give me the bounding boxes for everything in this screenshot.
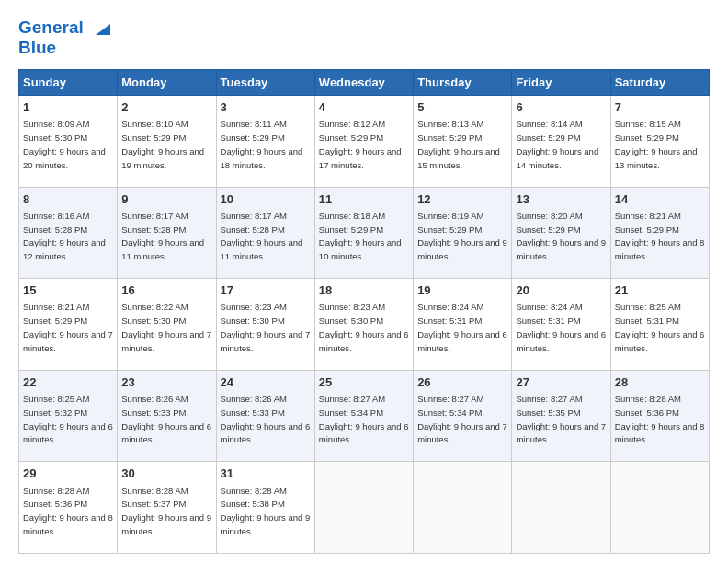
day-info: Sunrise: 8:27 AM Sunset: 5:34 PM Dayligh…: [417, 394, 507, 444]
calendar-cell: 2 Sunrise: 8:10 AM Sunset: 5:29 PM Dayli…: [118, 95, 216, 187]
day-info: Sunrise: 8:24 AM Sunset: 5:31 PM Dayligh…: [417, 302, 507, 352]
day-info: Sunrise: 8:14 AM Sunset: 5:29 PM Dayligh…: [516, 119, 598, 169]
calendar-cell: [414, 462, 512, 554]
day-number: 24: [221, 374, 311, 391]
days-of-week-row: SundayMondayTuesdayWednesdayThursdayFrid…: [19, 69, 710, 95]
day-number: 28: [615, 374, 705, 391]
calendar-week-row: 1 Sunrise: 8:09 AM Sunset: 5:30 PM Dayli…: [19, 95, 710, 187]
day-number: 4: [319, 99, 409, 116]
calendar-cell: 21 Sunrise: 8:25 AM Sunset: 5:31 PM Dayl…: [610, 279, 709, 371]
day-info: Sunrise: 8:24 AM Sunset: 5:31 PM Dayligh…: [516, 302, 606, 352]
day-number: 13: [516, 191, 606, 208]
calendar-week-row: 15 Sunrise: 8:21 AM Sunset: 5:29 PM Dayl…: [19, 279, 710, 371]
svg-marker-0: [96, 24, 110, 35]
day-number: 12: [417, 191, 507, 208]
calendar-week-row: 22 Sunrise: 8:25 AM Sunset: 5:32 PM Dayl…: [19, 370, 710, 462]
calendar-cell: 1 Sunrise: 8:09 AM Sunset: 5:30 PM Dayli…: [19, 95, 118, 187]
calendar-cell: 27 Sunrise: 8:27 AM Sunset: 5:35 PM Dayl…: [512, 370, 610, 462]
day-number: 11: [319, 191, 409, 208]
day-info: Sunrise: 8:27 AM Sunset: 5:34 PM Dayligh…: [319, 394, 409, 444]
day-number: 16: [121, 282, 211, 299]
calendar-body: 1 Sunrise: 8:09 AM Sunset: 5:30 PM Dayli…: [19, 95, 710, 553]
day-info: Sunrise: 8:10 AM Sunset: 5:29 PM Dayligh…: [121, 119, 204, 169]
day-info: Sunrise: 8:26 AM Sunset: 5:33 PM Dayligh…: [121, 394, 211, 444]
day-info: Sunrise: 8:15 AM Sunset: 5:29 PM Dayligh…: [615, 119, 698, 169]
day-of-week-header: Thursday: [414, 69, 512, 95]
day-number: 23: [121, 374, 211, 391]
day-of-week-header: Sunday: [19, 69, 118, 95]
day-info: Sunrise: 8:21 AM Sunset: 5:29 PM Dayligh…: [615, 211, 705, 261]
page: General Blue SundayMondayTuesdayWednesda…: [0, 0, 728, 563]
day-of-week-header: Friday: [512, 69, 610, 95]
calendar-cell: 29 Sunrise: 8:28 AM Sunset: 5:36 PM Dayl…: [19, 462, 118, 554]
day-info: Sunrise: 8:22 AM Sunset: 5:30 PM Dayligh…: [121, 302, 211, 352]
day-info: Sunrise: 8:23 AM Sunset: 5:30 PM Dayligh…: [319, 302, 409, 352]
calendar-cell: 9 Sunrise: 8:17 AM Sunset: 5:28 PM Dayli…: [118, 187, 216, 279]
header: General Blue: [18, 18, 710, 58]
calendar-cell: 18 Sunrise: 8:23 AM Sunset: 5:30 PM Dayl…: [314, 279, 413, 371]
calendar-cell: 25 Sunrise: 8:27 AM Sunset: 5:34 PM Dayl…: [314, 370, 413, 462]
calendar-cell: 20 Sunrise: 8:24 AM Sunset: 5:31 PM Dayl…: [512, 279, 610, 371]
day-number: 15: [23, 282, 113, 299]
day-number: 10: [221, 191, 311, 208]
calendar-cell: 7 Sunrise: 8:15 AM Sunset: 5:29 PM Dayli…: [610, 95, 709, 187]
day-info: Sunrise: 8:21 AM Sunset: 5:29 PM Dayligh…: [23, 302, 113, 352]
day-number: 22: [23, 374, 113, 391]
day-info: Sunrise: 8:19 AM Sunset: 5:29 PM Dayligh…: [417, 211, 507, 261]
calendar-cell: 12 Sunrise: 8:19 AM Sunset: 5:29 PM Dayl…: [414, 187, 512, 279]
day-number: 14: [615, 191, 705, 208]
day-of-week-header: Tuesday: [216, 69, 314, 95]
day-info: Sunrise: 8:11 AM Sunset: 5:29 PM Dayligh…: [221, 119, 303, 169]
calendar-cell: 22 Sunrise: 8:25 AM Sunset: 5:32 PM Dayl…: [19, 370, 118, 462]
calendar-cell: 26 Sunrise: 8:27 AM Sunset: 5:34 PM Dayl…: [414, 370, 512, 462]
day-number: 2: [121, 99, 211, 116]
logo-line2: Blue: [18, 39, 110, 58]
calendar-cell: 23 Sunrise: 8:26 AM Sunset: 5:33 PM Dayl…: [118, 370, 216, 462]
calendar-cell: 11 Sunrise: 8:18 AM Sunset: 5:29 PM Dayl…: [314, 187, 413, 279]
day-number: 3: [221, 99, 311, 116]
day-of-week-header: Saturday: [610, 69, 709, 95]
logo-triangle-icon: [90, 18, 110, 39]
day-info: Sunrise: 8:28 AM Sunset: 5:36 PM Dayligh…: [615, 394, 705, 444]
day-info: Sunrise: 8:13 AM Sunset: 5:29 PM Dayligh…: [417, 119, 500, 169]
day-number: 29: [23, 465, 113, 482]
calendar-cell: 30 Sunrise: 8:28 AM Sunset: 5:37 PM Dayl…: [118, 462, 216, 554]
calendar-cell: 24 Sunrise: 8:26 AM Sunset: 5:33 PM Dayl…: [216, 370, 314, 462]
calendar-cell: 19 Sunrise: 8:24 AM Sunset: 5:31 PM Dayl…: [414, 279, 512, 371]
day-info: Sunrise: 8:16 AM Sunset: 5:28 PM Dayligh…: [23, 211, 106, 261]
day-number: 9: [121, 191, 211, 208]
day-number: 18: [319, 282, 409, 299]
calendar-cell: 6 Sunrise: 8:14 AM Sunset: 5:29 PM Dayli…: [512, 95, 610, 187]
day-number: 7: [615, 99, 705, 116]
calendar-week-row: 8 Sunrise: 8:16 AM Sunset: 5:28 PM Dayli…: [19, 187, 710, 279]
calendar-cell: 16 Sunrise: 8:22 AM Sunset: 5:30 PM Dayl…: [118, 279, 216, 371]
day-number: 31: [221, 465, 311, 482]
calendar-cell: [512, 462, 610, 554]
calendar-cell: [610, 462, 709, 554]
day-number: 1: [23, 99, 113, 116]
day-info: Sunrise: 8:20 AM Sunset: 5:29 PM Dayligh…: [516, 211, 606, 261]
day-of-week-header: Monday: [118, 69, 216, 95]
day-number: 6: [516, 99, 606, 116]
calendar-cell: 5 Sunrise: 8:13 AM Sunset: 5:29 PM Dayli…: [414, 95, 512, 187]
day-info: Sunrise: 8:17 AM Sunset: 5:28 PM Dayligh…: [121, 211, 204, 261]
calendar-cell: 14 Sunrise: 8:21 AM Sunset: 5:29 PM Dayl…: [610, 187, 709, 279]
calendar-cell: 13 Sunrise: 8:20 AM Sunset: 5:29 PM Dayl…: [512, 187, 610, 279]
day-info: Sunrise: 8:27 AM Sunset: 5:35 PM Dayligh…: [516, 394, 606, 444]
day-info: Sunrise: 8:28 AM Sunset: 5:38 PM Dayligh…: [221, 486, 311, 536]
day-info: Sunrise: 8:26 AM Sunset: 5:33 PM Dayligh…: [221, 394, 311, 444]
day-info: Sunrise: 8:28 AM Sunset: 5:37 PM Dayligh…: [121, 486, 211, 536]
calendar-table: SundayMondayTuesdayWednesdayThursdayFrid…: [18, 69, 710, 554]
calendar-cell: 8 Sunrise: 8:16 AM Sunset: 5:28 PM Dayli…: [19, 187, 118, 279]
logo: General Blue: [18, 18, 110, 58]
day-info: Sunrise: 8:17 AM Sunset: 5:28 PM Dayligh…: [221, 211, 303, 261]
day-number: 20: [516, 282, 606, 299]
day-number: 5: [417, 99, 507, 116]
day-number: 8: [23, 191, 113, 208]
day-info: Sunrise: 8:28 AM Sunset: 5:36 PM Dayligh…: [23, 486, 113, 536]
day-info: Sunrise: 8:09 AM Sunset: 5:30 PM Dayligh…: [23, 119, 106, 169]
day-info: Sunrise: 8:23 AM Sunset: 5:30 PM Dayligh…: [221, 302, 311, 352]
calendar-cell: 17 Sunrise: 8:23 AM Sunset: 5:30 PM Dayl…: [216, 279, 314, 371]
day-number: 27: [516, 374, 606, 391]
day-number: 19: [417, 282, 507, 299]
